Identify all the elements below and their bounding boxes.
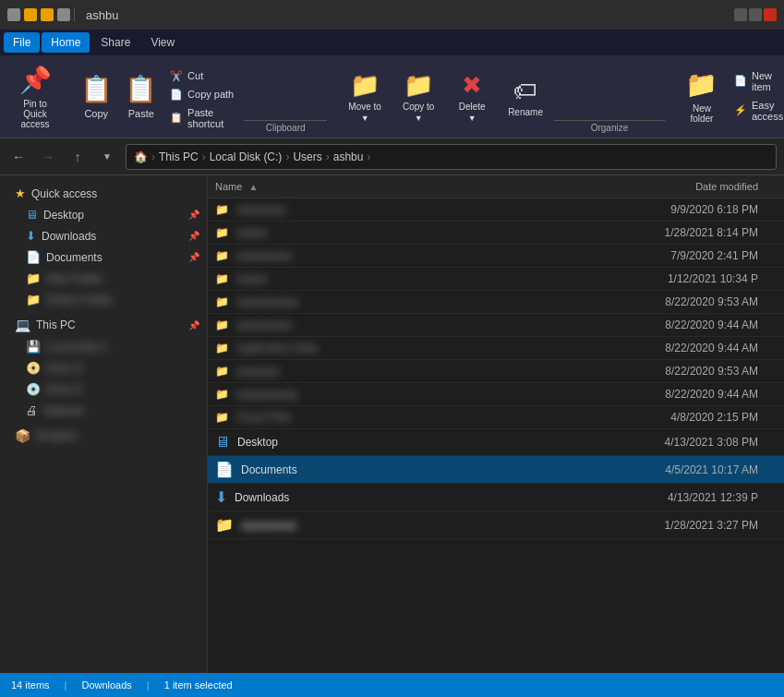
- paste-button[interactable]: 📋 Paste: [121, 65, 163, 129]
- recent-btn[interactable]: ▼: [96, 146, 118, 168]
- file-icon-7: 📁: [215, 365, 229, 378]
- cut-button[interactable]: ✂️ Cut: [165, 68, 240, 84]
- status-path: Downloads: [81, 679, 131, 691]
- copy-path-label: Copy path: [187, 89, 234, 100]
- breadcrumb-localdisk[interactable]: Local Disk (C:): [210, 150, 283, 163]
- table-row[interactable]: 📁 aaaaaaaaaa 8/22/2020 9:53 AM: [208, 291, 784, 314]
- file-header: Name ▲ Date modified: [208, 175, 784, 198]
- file-icon-10: 🖥: [215, 434, 230, 451]
- table-row[interactable]: 📁 Application Data 8/22/2020 9:44 AM: [208, 337, 784, 360]
- col-date-header[interactable]: Date modified: [629, 181, 777, 192]
- sidebar-item-desktop[interactable]: 🖥 Desktop 📌: [0, 204, 207, 225]
- table-row[interactable]: 📁 aaaaa 1/12/2021 10:34 P: [208, 268, 784, 291]
- online-folder-icon: 📁: [26, 293, 41, 306]
- easy-access-icon: ⚡: [734, 104, 747, 116]
- copy-to-button[interactable]: 📁 Copy to ▼: [393, 65, 443, 129]
- main-area: ★ Quick access 🖥 Desktop 📌 ⬇ Downloads 📌…: [0, 175, 784, 673]
- file-icon-13: 📁: [215, 516, 234, 534]
- forward-button[interactable]: →: [37, 146, 59, 168]
- table-row[interactable]: 📄 Documents 4/5/2021 10:17 AM: [208, 456, 784, 484]
- new-folder-icon: 📁: [685, 69, 718, 100]
- sidebar-drive-2[interactable]: 📀 Drive D: [0, 357, 207, 379]
- pin-icon[interactable]: [24, 8, 37, 21]
- table-row[interactable]: ⬇ Downloads 4/13/2021 12:39 P: [208, 484, 784, 511]
- table-row[interactable]: 📁 aaaaaaaaaa 8/22/2020 9:44 AM: [208, 383, 784, 406]
- close-btn[interactable]: [764, 8, 777, 21]
- pin-icon-desktop: 📌: [188, 210, 199, 220]
- rename-button[interactable]: 🏷 Rename: [501, 65, 550, 129]
- copy-path-button[interactable]: 📄 Copy path: [165, 87, 240, 102]
- status-bar: 14 items | Downloads | 1 item selected: [0, 673, 784, 697]
- rename-icon: 🏷: [513, 77, 537, 105]
- sidebar-dropbox[interactable]: 📦 Dropbox: [0, 425, 207, 447]
- forward-icon-title[interactable]: [57, 8, 70, 21]
- address-path[interactable]: 🏠 › This PC › Local Disk (C:) › Users › …: [126, 144, 777, 170]
- delete-label: Delete: [459, 102, 486, 112]
- status-selected: 1 item selected: [164, 679, 233, 691]
- col-name-header[interactable]: Name ▲: [215, 181, 629, 192]
- file-area: Name ▲ Date modified 📁 aaaaaaaa 9/9/2020…: [208, 175, 784, 673]
- sidebar-drive-3[interactable]: 💿 Drive E: [0, 379, 207, 400]
- file-name-11: Documents: [241, 463, 297, 476]
- minimize-btn[interactable]: [734, 8, 747, 21]
- copy-label: Copy: [84, 108, 108, 119]
- window-title: ashbu: [86, 8, 729, 22]
- maximize-btn[interactable]: [749, 8, 762, 21]
- breadcrumb-thispc[interactable]: This PC: [159, 150, 199, 163]
- window-icon: [7, 8, 20, 21]
- breadcrumb-users[interactable]: Users: [293, 150, 321, 163]
- sidebar-drive-1[interactable]: 💾 Local Disk C: [0, 336, 207, 357]
- cut-icon: ✂️: [170, 70, 183, 82]
- documents-icon: 📄: [26, 250, 41, 264]
- delete-button[interactable]: ✖ Delete ▼: [447, 65, 497, 129]
- sidebar-item-documents[interactable]: 📄 Documents 📌: [0, 246, 207, 268]
- title-bar: ashbu: [0, 0, 784, 30]
- drive-icon-3: 💿: [26, 382, 41, 396]
- new-item-button[interactable]: 📄 New item ▼: [730, 68, 784, 94]
- file-icon-3: 📁: [215, 272, 229, 285]
- pin-icon: 📌: [19, 65, 52, 95]
- downloads-icon: ⬇: [26, 229, 36, 243]
- breadcrumb-ashbu[interactable]: ashbu: [333, 150, 364, 163]
- move-to-icon: 📁: [350, 71, 380, 100]
- table-row[interactable]: 📁 Cloud Files 4/8/2020 2:15 PM: [208, 406, 784, 429]
- file-date-11: 4/5/2021 10:17 AM: [629, 463, 777, 476]
- paste-label: Paste: [128, 108, 154, 119]
- file-name-12: Downloads: [235, 491, 289, 504]
- file-icon-12: ⬇: [215, 488, 227, 506]
- pin-to-quick-access-button[interactable]: 📌 Pin to Quick access: [7, 65, 63, 129]
- move-to-button[interactable]: 📁 Move to ▼: [340, 65, 390, 129]
- sidebar-item-new-folder[interactable]: 📁 New Folder: [0, 268, 207, 289]
- table-row[interactable]: 📁 aaaaaaaa 9/9/2020 6:18 PM: [208, 198, 784, 222]
- table-row[interactable]: 📁 aaaaaaaaa 1/28/2021 3:27 PM: [208, 511, 784, 539]
- file-icon-11: 📄: [215, 461, 234, 478]
- copy-button[interactable]: 📋 Copy: [76, 65, 117, 129]
- sidebar-this-pc[interactable]: 💻 This PC 📌: [0, 314, 207, 336]
- paste-shortcut-button[interactable]: 📋 Paste shortcut: [165, 105, 240, 131]
- new-folder-button[interactable]: 📁 New folder: [678, 65, 726, 129]
- new-item-label: New item: [752, 70, 783, 92]
- move-to-label: Move to: [348, 102, 381, 112]
- easy-access-button[interactable]: ⚡ Easy access ▼: [730, 98, 784, 124]
- sidebar-drive-4[interactable]: 🖨 Network: [0, 400, 207, 421]
- table-row[interactable]: 📁 aaaaaaa 8/22/2020 9:53 AM: [208, 360, 784, 383]
- copy-icon: 📋: [80, 74, 113, 104]
- menu-item-home[interactable]: Home: [42, 32, 90, 53]
- up-button[interactable]: ↑: [66, 146, 89, 168]
- menu-item-file[interactable]: File: [4, 32, 40, 53]
- table-row[interactable]: 🖥 Desktop 4/13/2021 3:08 PM: [208, 429, 784, 456]
- table-row[interactable]: 📁 aaaaa 1/28/2021 8:14 PM: [208, 222, 784, 245]
- menu-item-share[interactable]: Share: [91, 32, 139, 53]
- menu-item-view[interactable]: View: [141, 32, 184, 53]
- window-controls: [734, 8, 777, 21]
- sidebar-item-downloads[interactable]: ⬇ Downloads 📌: [0, 225, 207, 246]
- sidebar-item-online[interactable]: 📁 Online Folder: [0, 289, 207, 310]
- back-icon[interactable]: [41, 8, 54, 21]
- table-row[interactable]: 📁 aaaaaaaaa 7/9/2020 2:41 PM: [208, 245, 784, 268]
- sidebar-quick-access[interactable]: ★ Quick access: [0, 183, 207, 204]
- new-group: 📁 New folder 📄 New item ▼ ⚡ Easy access …: [676, 61, 784, 133]
- move-to-dropdown: ▼: [361, 114, 369, 123]
- back-button[interactable]: ←: [7, 146, 30, 168]
- table-row[interactable]: 📁 aaaaaaaaa 8/22/2020 9:44 AM: [208, 314, 784, 337]
- clipboard-group-label: Clipboard: [244, 120, 327, 133]
